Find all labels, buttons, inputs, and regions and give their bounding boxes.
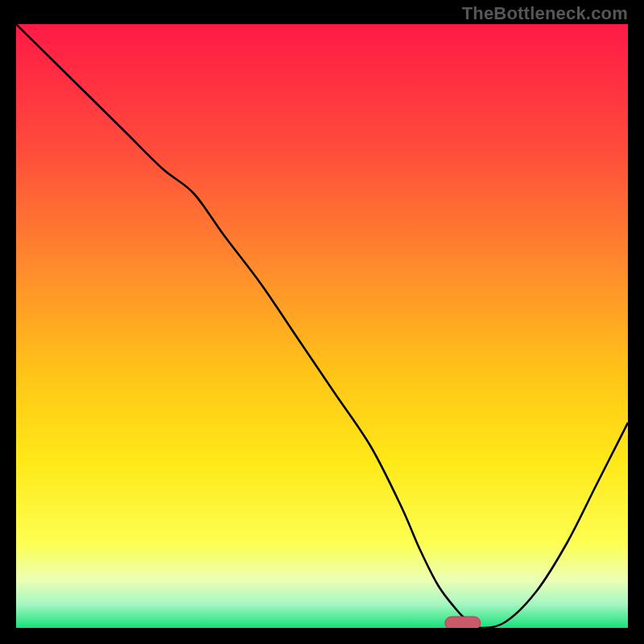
optimal-marker xyxy=(445,617,481,628)
chart-frame: TheBottleneck.com xyxy=(0,0,644,644)
watermark-text: TheBottleneck.com xyxy=(462,3,628,24)
plot-area xyxy=(16,24,628,628)
chart-svg xyxy=(16,24,628,628)
